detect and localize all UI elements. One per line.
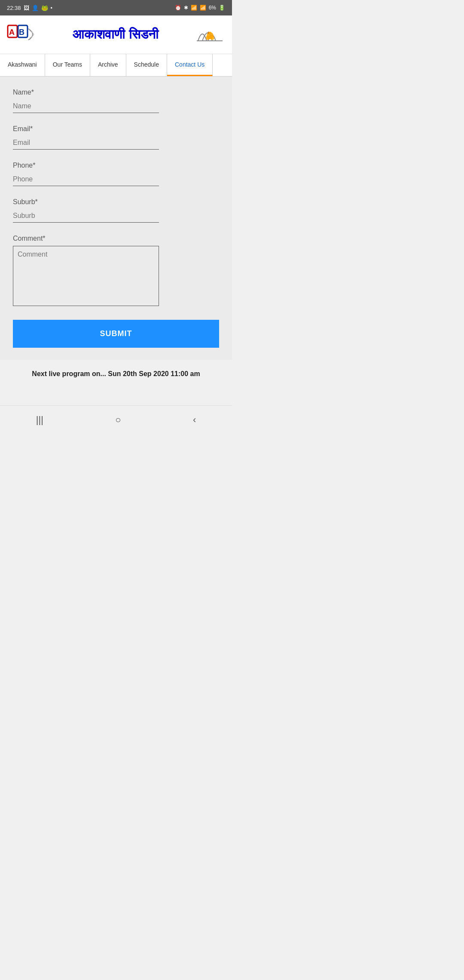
email-label: Email*	[13, 125, 219, 133]
tab-contact-us[interactable]: Contact Us	[167, 54, 213, 76]
time: 22:38	[7, 5, 21, 11]
suburb-input[interactable]	[13, 209, 159, 223]
dot-icon: •	[51, 5, 53, 11]
status-bar: 22:38 🖼 👤 🐸 • ⏰ ✱ 📶 📶 6% 🔋	[0, 0, 232, 15]
alarm-icon: ⏰	[175, 5, 181, 11]
suburb-label: Suburb*	[13, 198, 219, 206]
frog-icon: 🐸	[41, 5, 48, 11]
svg-point-7	[210, 36, 214, 40]
nav-tabs: Akashwani Our Teams Archive Schedule Con…	[0, 54, 232, 77]
tab-akashwani[interactable]: Akashwani	[0, 54, 45, 76]
header: A B आकाशवाणी सिडनी	[0, 15, 232, 54]
email-input[interactable]	[13, 136, 159, 150]
logo-left: A B	[7, 23, 36, 47]
next-program-text: Next live program on... Sun 20th Sep 202…	[9, 370, 223, 378]
person-icon: 👤	[32, 5, 39, 11]
sydney-opera-icon	[196, 23, 224, 47]
email-group: Email*	[13, 125, 219, 150]
comment-group: Comment*	[13, 235, 219, 308]
phone-group: Phone*	[13, 162, 219, 186]
comment-textarea[interactable]	[13, 246, 159, 306]
home-button[interactable]: ○	[115, 414, 121, 426]
tab-archive[interactable]: Archive	[90, 54, 126, 76]
phone-input[interactable]	[13, 173, 159, 186]
signal-icon: 📶	[200, 5, 206, 11]
battery: 6%	[209, 5, 216, 11]
bottom-nav: ||| ○ ‹	[0, 405, 232, 436]
recent-apps-button[interactable]: |||	[36, 414, 43, 426]
battery-icon: 🔋	[219, 5, 225, 11]
submit-button[interactable]: SUBMIT	[13, 320, 219, 348]
status-left: 22:38 🖼 👤 🐸 •	[7, 5, 52, 11]
suburb-group: Suburb*	[13, 198, 219, 223]
tab-schedule[interactable]: Schedule	[126, 54, 167, 76]
name-group: Name*	[13, 89, 219, 113]
logo-icon-left: A B	[7, 23, 36, 47]
name-label: Name*	[13, 89, 219, 96]
photo-icon: 🖼	[24, 5, 29, 11]
comment-label: Comment*	[13, 235, 219, 242]
footer-info: Next live program on... Sun 20th Sep 202…	[0, 360, 232, 388]
bluetooth-icon: ✱	[184, 5, 188, 11]
logo-right	[195, 22, 225, 48]
phone-label: Phone*	[13, 162, 219, 169]
contact-form: Name* Email* Phone* Suburb* Comment* SUB…	[0, 77, 232, 360]
name-input[interactable]	[13, 100, 159, 113]
svg-text:B: B	[19, 28, 24, 37]
tab-our-teams[interactable]: Our Teams	[45, 54, 90, 76]
wifi-icon: 📶	[191, 5, 197, 11]
app-title: आकाशवाणी सिडनी	[36, 27, 195, 42]
svg-point-6	[206, 36, 210, 40]
status-right: ⏰ ✱ 📶 📶 6% 🔋	[175, 5, 225, 11]
back-button[interactable]: ‹	[193, 414, 196, 426]
svg-text:A: A	[9, 28, 15, 37]
